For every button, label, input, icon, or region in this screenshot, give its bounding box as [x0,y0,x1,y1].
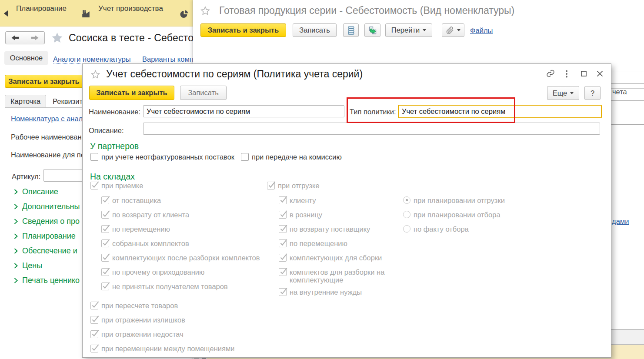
other-item-1-checkbox [90,316,98,324]
receipt-parent-checkbox [90,182,98,189]
maximize-icon[interactable] [581,71,587,76]
check-mark-icon [102,253,110,262]
favorite-star-outline-icon[interactable] [200,6,210,16]
shipment-child-6-checkbox [279,288,287,296]
check-mark-icon [102,268,110,276]
field-border-fragment [611,100,644,101]
check-mark-icon [267,181,276,189]
favorite-star-icon[interactable] [51,32,63,44]
other-item-3: при перемещении между помещениями [90,345,234,352]
check-mark-icon [102,210,110,219]
more-menu-dots-icon[interactable] [565,70,568,78]
annotation-highlight-rect [347,97,515,123]
receipt-child-3: собранных комплектов [101,239,189,247]
taskbar-divider [12,0,12,27]
field-border-fragment [611,124,644,125]
history-nav-buttons [5,31,45,44]
section-description[interactable]: Описание [14,187,58,196]
item-save-close-button[interactable]: Записать и закрыть [5,75,92,88]
shipment-child-5-checkbox [279,268,287,276]
shipment-radio-0-radio [403,196,410,204]
check-mark-icon [279,253,287,262]
tab-main[interactable]: Основное [4,51,48,65]
section-additional[interactable]: Дополнительны [14,202,80,211]
other-item-0-checkbox [90,302,98,309]
accounting-text-fragment: чета [612,88,627,96]
section-price-tags[interactable]: Печать ценнико [14,276,80,285]
chevron-right-icon [14,278,18,283]
receipt-child-0: от поставщика [101,196,161,204]
dialog-more-button[interactable]: Еще [547,86,579,100]
taskbar-tab-production[interactable]: Учет производства [98,4,163,13]
receipt-child-1: по возврату от клиента [101,211,189,219]
back-button[interactable] [5,31,25,44]
check-mark-icon [91,330,99,338]
favorite-star-outline-icon[interactable] [90,70,100,80]
dialog-save-close-button[interactable]: Записать и закрыть [89,86,174,100]
series-link-fragment[interactable]: дами [612,217,629,226]
shipment-radio-1: при планировании отбора [403,211,501,219]
close-icon[interactable] [597,70,603,77]
forward-button[interactable] [25,31,45,44]
taskbar-tab-planning[interactable]: Планирование [16,4,67,13]
check-mark-icon [91,316,99,324]
receipt-child-0-checkbox [101,196,109,204]
type-window-title: Готовая продукция серии - Себестоимость … [219,5,514,17]
radio-dot [406,199,408,201]
type-save-close-button[interactable]: Записать и закрыть [200,23,286,37]
subordination-structure-button[interactable] [343,23,359,37]
print-name-label: Наименование для пе [11,151,85,159]
shipment-child-0: клиенту [279,196,316,204]
shipment-child-4: комплектующих для сборки [279,254,382,262]
type-save-button[interactable]: Записать [293,23,337,37]
copy-values-button[interactable] [364,23,380,37]
forward-arrow-icon [31,35,39,40]
dialog-save-button[interactable]: Записать [180,86,227,100]
nomenclature-analog-link[interactable]: Номенклатура с анал [11,115,83,123]
check-mark-icon [279,239,287,247]
taskbar-scroll-left-icon[interactable] [3,10,9,17]
shipment-radio-2-radio [403,225,410,233]
section-supply[interactable]: Обеспечение и [14,246,77,256]
dropdown-arrow-icon [423,29,426,31]
dialog-help-button[interactable]: ? [584,86,601,100]
other-item-1: при отражении излишков [90,316,185,324]
section-prices[interactable]: Цены [14,261,42,270]
partners-group-heading: У партнеров [90,141,139,151]
get-link-icon[interactable] [546,69,555,78]
files-link[interactable]: Файлы [470,27,493,35]
tab-variants-link[interactable]: Варианты комп [142,55,194,63]
chevron-right-icon [14,189,18,195]
description-label: Описание: [89,126,124,135]
description-input[interactable] [143,123,600,135]
check-mark-icon [102,196,110,204]
field-border-fragment [611,72,644,72]
receipt-parent: при приемке [90,182,143,189]
shipment-child-6: на внутренние нужды [279,288,362,296]
check-mark-icon [102,282,110,290]
partners-item-0-checkbox[interactable] [90,153,98,161]
shipment-child-4-checkbox [279,254,287,262]
shipment-parent: при отгрузке [267,182,320,189]
shipment-child-1-checkbox [279,211,287,219]
tab-analogs-link[interactable]: Аналоги номенклатуры [53,55,131,64]
copy-with-arrow-icon [368,26,377,35]
check-mark-icon [279,225,287,233]
subtab-card[interactable]: Карточка [5,95,46,108]
section-producer-info[interactable]: Сведения о про [14,217,80,226]
name-field-label: Наименование: [89,108,140,116]
stacked-bars-icon [348,26,354,35]
warehouses-group-heading: На складах [90,172,135,182]
pie-chart-icon[interactable] [180,10,189,19]
other-item-2: при отражении недостач [90,330,184,338]
receipt-child-3-checkbox [101,239,109,247]
receipt-child-5-checkbox [101,268,109,276]
attachments-button[interactable] [442,23,464,37]
check-mark-icon [91,344,99,352]
goto-button[interactable]: Перейти [385,23,432,37]
name-input[interactable]: Учет себестоимости по сериям [143,105,344,117]
check-mark-icon [102,239,110,247]
partners-item-1-checkbox[interactable] [241,153,249,161]
check-mark-icon [279,210,287,219]
section-planning[interactable]: Планирование [14,232,76,241]
